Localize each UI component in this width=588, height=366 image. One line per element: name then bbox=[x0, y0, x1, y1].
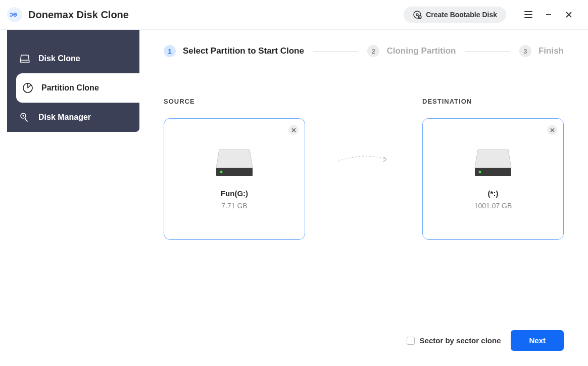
source-drive-size: 7.71 GB bbox=[221, 202, 247, 210]
drive-icon bbox=[473, 149, 513, 177]
source-drive-name: Fun(G:) bbox=[221, 189, 248, 198]
app-title: Donemax Disk Clone bbox=[28, 9, 129, 21]
step-label: Finish bbox=[538, 46, 564, 56]
titlebar: Donemax Disk Clone Create Bootable Disk bbox=[0, 0, 588, 30]
step-number: 2 bbox=[367, 45, 379, 57]
create-bootable-disk-button[interactable]: Create Bootable Disk bbox=[404, 7, 506, 23]
step-label: Select Partition to Start Clone bbox=[183, 46, 304, 56]
svg-point-16 bbox=[479, 170, 481, 173]
step-number: 3 bbox=[519, 45, 531, 57]
close-icon bbox=[565, 11, 572, 18]
disk-icon bbox=[413, 10, 422, 19]
step-3: 3 Finish bbox=[519, 45, 564, 57]
minimize-icon bbox=[545, 11, 552, 18]
nav-label: Disk Clone bbox=[38, 54, 80, 63]
arrow-icon bbox=[336, 153, 391, 165]
menu-button[interactable] bbox=[518, 6, 538, 24]
destination-drive-card[interactable]: (*:) 1001.07 GB bbox=[422, 118, 564, 240]
sidebar-item-partition-clone[interactable]: Partition Clone bbox=[16, 73, 139, 103]
clear-destination-button[interactable] bbox=[547, 125, 557, 135]
close-button[interactable] bbox=[559, 6, 579, 24]
content: 1 Select Partition to Start Clone 2 Clon… bbox=[139, 30, 588, 366]
destination-drive-size: 1001.07 GB bbox=[474, 202, 512, 210]
partition-icon bbox=[22, 82, 33, 94]
nav-label: Partition Clone bbox=[41, 83, 99, 93]
sidebar: Disk Clone Partition Clone Disk Manager bbox=[7, 30, 139, 132]
source-header: SOURCE bbox=[164, 98, 305, 105]
sidebar-item-disk-manager[interactable]: Disk Manager bbox=[7, 103, 139, 132]
close-icon bbox=[291, 128, 296, 132]
svg-point-12 bbox=[220, 170, 223, 173]
sector-by-sector-checkbox[interactable]: Sector by sector clone bbox=[407, 336, 501, 345]
next-button[interactable]: Next bbox=[511, 330, 564, 351]
disk-icon bbox=[19, 53, 30, 64]
destination-header: DESTINATION bbox=[422, 98, 564, 105]
checkbox-label: Sector by sector clone bbox=[420, 336, 501, 345]
close-icon bbox=[550, 128, 555, 132]
step-connector bbox=[313, 51, 359, 52]
step-number: 1 bbox=[164, 45, 176, 57]
drive-icon bbox=[214, 149, 255, 177]
step-1: 1 Select Partition to Start Clone bbox=[164, 45, 304, 57]
sidebar-item-disk-clone[interactable]: Disk Clone bbox=[7, 44, 139, 73]
step-connector bbox=[465, 51, 510, 52]
svg-point-1 bbox=[416, 14, 418, 16]
checkbox-box bbox=[407, 337, 415, 345]
svg-point-8 bbox=[23, 115, 24, 117]
clear-source-button[interactable] bbox=[288, 125, 299, 135]
step-label: Cloning Partition bbox=[386, 46, 456, 56]
hamburger-icon bbox=[524, 11, 532, 18]
minimize-button[interactable] bbox=[538, 6, 559, 24]
app-logo bbox=[7, 7, 22, 22]
destination-drive-name: (*:) bbox=[488, 189, 499, 198]
arrow bbox=[336, 98, 391, 165]
stepper: 1 Select Partition to Start Clone 2 Clon… bbox=[164, 45, 564, 57]
nav-label: Disk Manager bbox=[38, 113, 91, 122]
step-2: 2 Cloning Partition bbox=[367, 45, 456, 57]
bootable-label: Create Bootable Disk bbox=[426, 11, 497, 19]
source-drive-card[interactable]: Fun(G:) 7.71 GB bbox=[164, 118, 305, 240]
manager-icon bbox=[19, 112, 30, 123]
